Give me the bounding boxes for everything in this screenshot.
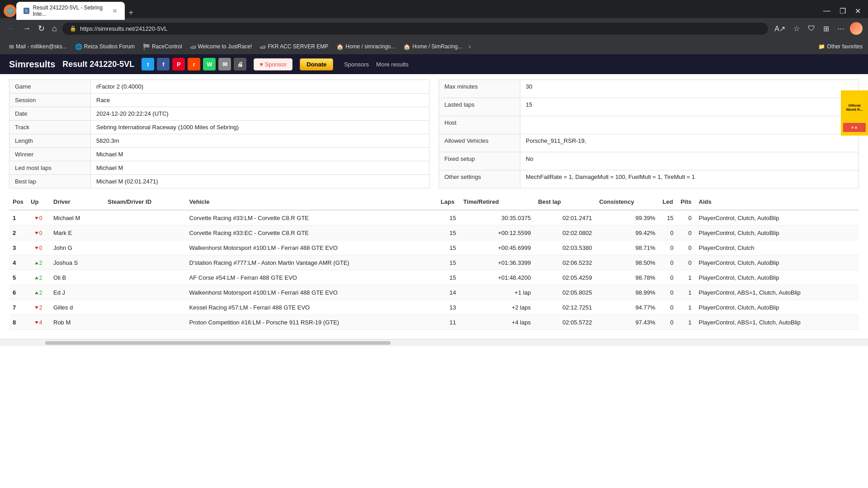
table-row: 3 0 John G Walkenhorst Motorsport #100:L… (9, 240, 859, 255)
aids-cell: PlayerControl, ABS=1, Clutch, AutoBlip (695, 285, 859, 300)
horizontal-scrollbar[interactable] (0, 339, 868, 346)
down-arrow-icon (35, 217, 38, 220)
column-header-pits[interactable]: Pits (677, 194, 695, 210)
favorites-button[interactable]: ☆ (791, 23, 802, 35)
results-section: PosUpDriverSteam/Driver IDVehicleLapsTim… (0, 194, 868, 339)
tab-close-button[interactable]: ✕ (112, 7, 118, 14)
bookmark-reiza-label: Reiza Studios Forum (84, 43, 135, 50)
column-header-steam-driver-id[interactable]: Steam/Driver ID (104, 194, 185, 210)
bookmarks-overflow-button[interactable]: › (467, 42, 472, 51)
info-value: Michael M (91, 161, 429, 175)
up-cell: 4 (27, 315, 50, 330)
info-row: TrackSebring International Raceway (1000… (9, 121, 429, 134)
driver-cell[interactable]: Gilles d (50, 300, 104, 315)
bookmark-simracing2-label: Home / SimRacing... (412, 43, 462, 50)
consistency-cell: 98.50% (595, 255, 659, 270)
bookmark-racecontrol[interactable]: 🏁 RaceControl (139, 42, 186, 52)
more-tools-button[interactable]: ⋯ (835, 23, 847, 35)
bookmark-justrace[interactable]: 🏎 Welcome to JustRace! (187, 42, 256, 52)
aids-cell: PlayerControl, Clutch, AutoBlip (695, 300, 859, 315)
bookmarks-folder-icon: 📁 (818, 43, 825, 50)
address-bar[interactable]: 🔒 https://simresults.net/241220-5VL (62, 23, 768, 35)
column-header-aids[interactable]: Aids (695, 194, 859, 210)
other-bookmarks-button[interactable]: 📁 Other favorites (818, 43, 863, 50)
driver-cell[interactable]: Mark E (50, 225, 104, 240)
facebook-share-button[interactable]: f (157, 58, 170, 70)
pits-cell: 1 (677, 270, 695, 285)
consistency-cell: 98.78% (595, 270, 659, 285)
driver-cell[interactable]: Ed J (50, 285, 104, 300)
email-share-button[interactable]: ✉ (218, 58, 231, 70)
column-header-up[interactable]: Up (27, 194, 50, 210)
back-button[interactable]: ← (5, 22, 17, 35)
up-cell: 0 (27, 240, 50, 255)
info-row: WinnerMichael M (9, 148, 429, 161)
reddit-share-button[interactable]: r (188, 58, 200, 70)
column-header-pos[interactable]: Pos (9, 194, 27, 210)
minimize-button[interactable]: — (820, 5, 834, 17)
more-results-link[interactable]: More results (376, 61, 409, 68)
restore-button[interactable]: ❐ (836, 5, 849, 17)
up-arrow-icon (35, 277, 38, 279)
position-cell: 7 (9, 300, 27, 315)
led-cell: 0 (659, 240, 677, 255)
info-value: Michael M (02:01.2471) (91, 175, 429, 188)
print-button[interactable]: 🖨 (234, 58, 246, 70)
column-header-consistency[interactable]: Consistency (595, 194, 659, 210)
up-cell: 0 (27, 225, 50, 240)
column-header-driver[interactable]: Driver (50, 194, 104, 210)
sponsors-link[interactable]: Sponsors (344, 61, 369, 68)
pits-cell: 0 (677, 210, 695, 225)
reload-button[interactable]: ↻ (36, 22, 47, 35)
down-arrow-icon (35, 306, 38, 309)
info-row: Length5820.3m (9, 134, 429, 148)
pinterest-share-button[interactable]: P (172, 58, 185, 70)
up-arrow-icon (35, 262, 38, 264)
translate-button[interactable]: A↗ (772, 23, 788, 35)
steam-id-cell (104, 210, 185, 225)
driver-cell[interactable]: Rob M (50, 315, 104, 330)
driver-cell[interactable]: Joshua S (50, 255, 104, 270)
column-header-best-lap[interactable]: Best lap (534, 194, 595, 210)
bookmark-simracing2[interactable]: 🏠 Home / SimRacing... (400, 42, 466, 52)
bookmark-reiza[interactable]: 🌐 Reiza Studios Forum (71, 42, 138, 52)
collections-button[interactable]: ⊞ (821, 23, 832, 35)
up-cell: 0 (27, 210, 50, 225)
laps-cell: 15 (437, 240, 460, 255)
active-tab[interactable]: S Result 241220-5VL - Sebring Inte... ✕ (16, 2, 125, 20)
bookmark-mail[interactable]: ✉ Mail - milliken@sks... (5, 42, 71, 52)
best-lap-cell: 02:05.5722 (534, 315, 595, 330)
sponsor-button[interactable]: ♥ Sponsor (254, 58, 292, 70)
driver-cell[interactable]: Michael M (50, 210, 104, 225)
column-header-vehicle[interactable]: Vehicle (186, 194, 437, 210)
other-bookmarks-label: Other favorites (827, 43, 863, 50)
scrollbar-thumb[interactable] (45, 341, 391, 345)
home-button[interactable]: ⌂ (50, 22, 59, 35)
whatsapp-share-button[interactable]: W (203, 58, 216, 70)
page-content: Simresults Result 241220-5VL t f P r W ✉… (0, 54, 868, 488)
bookmark-fkr[interactable]: 🏎 FKR ACC SERVER EMP (256, 42, 332, 52)
new-tab-button[interactable]: + (125, 6, 137, 20)
column-header-laps[interactable]: Laps (437, 194, 460, 210)
led-cell: 0 (659, 270, 677, 285)
profile-avatar[interactable] (850, 22, 863, 35)
position-change: 2 (35, 275, 42, 281)
bookmark-simracing1[interactable]: 🏠 Home / simracingo... (333, 42, 399, 52)
tab-favicon: S (24, 8, 29, 14)
results-table: PosUpDriverSteam/Driver IDVehicleLapsTim… (9, 194, 859, 330)
bookmark-fkr-label: FKR ACC SERVER EMP (268, 43, 328, 50)
forward-button[interactable]: → (21, 22, 33, 35)
twitter-share-button[interactable]: t (142, 58, 154, 70)
donate-button[interactable]: Donate (300, 58, 333, 70)
column-header-led[interactable]: Led (659, 194, 677, 210)
laps-cell: 15 (437, 210, 460, 225)
info-value: Sebring International Raceway (1000 Mile… (91, 121, 429, 134)
site-logo[interactable]: Simresults (9, 59, 55, 70)
browser-shield-button[interactable]: 🛡 (805, 23, 818, 34)
best-lap-cell: 02:05.8025 (534, 285, 595, 300)
driver-cell[interactable]: Oli B (50, 270, 104, 285)
info-value: 30 (520, 80, 859, 98)
driver-cell[interactable]: John G (50, 240, 104, 255)
column-header-time-retired[interactable]: Time/Retired (460, 194, 534, 210)
close-button[interactable]: ✕ (851, 5, 864, 17)
